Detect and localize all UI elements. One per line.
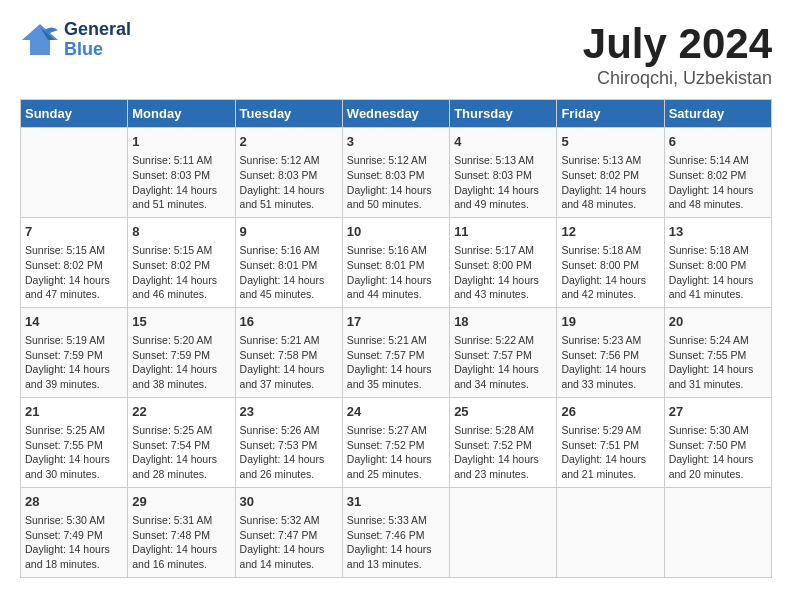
day-number: 12 [561,223,659,241]
calendar-cell: 14Sunrise: 5:19 AM Sunset: 7:59 PM Dayli… [21,307,128,397]
logo-icon [20,22,60,57]
day-number: 11 [454,223,552,241]
calendar-cell: 18Sunrise: 5:22 AM Sunset: 7:57 PM Dayli… [450,307,557,397]
day-number: 1 [132,133,230,151]
cell-content: Sunrise: 5:30 AM Sunset: 7:50 PM Dayligh… [669,423,767,482]
calendar-cell: 29Sunrise: 5:31 AM Sunset: 7:48 PM Dayli… [128,487,235,577]
subtitle: Chiroqchi, Uzbekistan [583,68,772,89]
day-number: 28 [25,493,123,511]
calendar-cell: 11Sunrise: 5:17 AM Sunset: 8:00 PM Dayli… [450,217,557,307]
calendar-cell: 22Sunrise: 5:25 AM Sunset: 7:54 PM Dayli… [128,397,235,487]
day-number: 19 [561,313,659,331]
cell-content: Sunrise: 5:13 AM Sunset: 8:02 PM Dayligh… [561,153,659,212]
day-number: 6 [669,133,767,151]
cell-content: Sunrise: 5:18 AM Sunset: 8:00 PM Dayligh… [561,243,659,302]
calendar-cell [450,487,557,577]
cell-content: Sunrise: 5:27 AM Sunset: 7:52 PM Dayligh… [347,423,445,482]
calendar-cell: 10Sunrise: 5:16 AM Sunset: 8:01 PM Dayli… [342,217,449,307]
calendar-cell: 15Sunrise: 5:20 AM Sunset: 7:59 PM Dayli… [128,307,235,397]
cell-content: Sunrise: 5:11 AM Sunset: 8:03 PM Dayligh… [132,153,230,212]
cell-content: Sunrise: 5:32 AM Sunset: 7:47 PM Dayligh… [240,513,338,572]
calendar-cell: 3Sunrise: 5:12 AM Sunset: 8:03 PM Daylig… [342,128,449,218]
calendar-week-4: 21Sunrise: 5:25 AM Sunset: 7:55 PM Dayli… [21,397,772,487]
day-number: 10 [347,223,445,241]
day-number: 18 [454,313,552,331]
day-number: 27 [669,403,767,421]
calendar-cell: 31Sunrise: 5:33 AM Sunset: 7:46 PM Dayli… [342,487,449,577]
col-thursday: Thursday [450,100,557,128]
calendar-header: Sunday Monday Tuesday Wednesday Thursday… [21,100,772,128]
day-number: 20 [669,313,767,331]
col-sunday: Sunday [21,100,128,128]
col-friday: Friday [557,100,664,128]
title-block: July 2024 Chiroqchi, Uzbekistan [583,20,772,89]
page-header: General Blue July 2024 Chiroqchi, Uzbeki… [20,20,772,89]
cell-content: Sunrise: 5:20 AM Sunset: 7:59 PM Dayligh… [132,333,230,392]
day-number: 29 [132,493,230,511]
cell-content: Sunrise: 5:30 AM Sunset: 7:49 PM Dayligh… [25,513,123,572]
col-saturday: Saturday [664,100,771,128]
day-number: 22 [132,403,230,421]
calendar-cell [664,487,771,577]
logo-blue-text: Blue [64,40,131,60]
calendar-week-3: 14Sunrise: 5:19 AM Sunset: 7:59 PM Dayli… [21,307,772,397]
calendar-table: Sunday Monday Tuesday Wednesday Thursday… [20,99,772,578]
cell-content: Sunrise: 5:29 AM Sunset: 7:51 PM Dayligh… [561,423,659,482]
cell-content: Sunrise: 5:31 AM Sunset: 7:48 PM Dayligh… [132,513,230,572]
calendar-cell: 27Sunrise: 5:30 AM Sunset: 7:50 PM Dayli… [664,397,771,487]
cell-content: Sunrise: 5:22 AM Sunset: 7:57 PM Dayligh… [454,333,552,392]
cell-content: Sunrise: 5:21 AM Sunset: 7:58 PM Dayligh… [240,333,338,392]
cell-content: Sunrise: 5:14 AM Sunset: 8:02 PM Dayligh… [669,153,767,212]
calendar-cell: 23Sunrise: 5:26 AM Sunset: 7:53 PM Dayli… [235,397,342,487]
cell-content: Sunrise: 5:16 AM Sunset: 8:01 PM Dayligh… [347,243,445,302]
day-number: 17 [347,313,445,331]
cell-content: Sunrise: 5:23 AM Sunset: 7:56 PM Dayligh… [561,333,659,392]
cell-content: Sunrise: 5:16 AM Sunset: 8:01 PM Dayligh… [240,243,338,302]
col-wednesday: Wednesday [342,100,449,128]
cell-content: Sunrise: 5:24 AM Sunset: 7:55 PM Dayligh… [669,333,767,392]
day-number: 13 [669,223,767,241]
col-tuesday: Tuesday [235,100,342,128]
calendar-cell: 20Sunrise: 5:24 AM Sunset: 7:55 PM Dayli… [664,307,771,397]
header-row: Sunday Monday Tuesday Wednesday Thursday… [21,100,772,128]
cell-content: Sunrise: 5:13 AM Sunset: 8:03 PM Dayligh… [454,153,552,212]
calendar-cell: 1Sunrise: 5:11 AM Sunset: 8:03 PM Daylig… [128,128,235,218]
logo-words: General Blue [64,20,131,60]
day-number: 31 [347,493,445,511]
calendar-week-5: 28Sunrise: 5:30 AM Sunset: 7:49 PM Dayli… [21,487,772,577]
calendar-cell: 24Sunrise: 5:27 AM Sunset: 7:52 PM Dayli… [342,397,449,487]
cell-content: Sunrise: 5:26 AM Sunset: 7:53 PM Dayligh… [240,423,338,482]
calendar-cell: 30Sunrise: 5:32 AM Sunset: 7:47 PM Dayli… [235,487,342,577]
logo: General Blue [20,20,131,60]
calendar-cell: 5Sunrise: 5:13 AM Sunset: 8:02 PM Daylig… [557,128,664,218]
calendar-week-2: 7Sunrise: 5:15 AM Sunset: 8:02 PM Daylig… [21,217,772,307]
calendar-cell: 7Sunrise: 5:15 AM Sunset: 8:02 PM Daylig… [21,217,128,307]
calendar-cell: 17Sunrise: 5:21 AM Sunset: 7:57 PM Dayli… [342,307,449,397]
calendar-week-1: 1Sunrise: 5:11 AM Sunset: 8:03 PM Daylig… [21,128,772,218]
day-number: 16 [240,313,338,331]
calendar-cell: 9Sunrise: 5:16 AM Sunset: 8:01 PM Daylig… [235,217,342,307]
calendar-cell: 25Sunrise: 5:28 AM Sunset: 7:52 PM Dayli… [450,397,557,487]
cell-content: Sunrise: 5:18 AM Sunset: 8:00 PM Dayligh… [669,243,767,302]
cell-content: Sunrise: 5:15 AM Sunset: 8:02 PM Dayligh… [25,243,123,302]
calendar-cell: 28Sunrise: 5:30 AM Sunset: 7:49 PM Dayli… [21,487,128,577]
calendar-cell: 21Sunrise: 5:25 AM Sunset: 7:55 PM Dayli… [21,397,128,487]
day-number: 15 [132,313,230,331]
cell-content: Sunrise: 5:33 AM Sunset: 7:46 PM Dayligh… [347,513,445,572]
cell-content: Sunrise: 5:28 AM Sunset: 7:52 PM Dayligh… [454,423,552,482]
calendar-cell [21,128,128,218]
cell-content: Sunrise: 5:19 AM Sunset: 7:59 PM Dayligh… [25,333,123,392]
day-number: 23 [240,403,338,421]
calendar-cell: 19Sunrise: 5:23 AM Sunset: 7:56 PM Dayli… [557,307,664,397]
day-number: 4 [454,133,552,151]
cell-content: Sunrise: 5:21 AM Sunset: 7:57 PM Dayligh… [347,333,445,392]
calendar-cell: 13Sunrise: 5:18 AM Sunset: 8:00 PM Dayli… [664,217,771,307]
day-number: 8 [132,223,230,241]
cell-content: Sunrise: 5:25 AM Sunset: 7:54 PM Dayligh… [132,423,230,482]
cell-content: Sunrise: 5:17 AM Sunset: 8:00 PM Dayligh… [454,243,552,302]
day-number: 26 [561,403,659,421]
day-number: 9 [240,223,338,241]
calendar-cell: 26Sunrise: 5:29 AM Sunset: 7:51 PM Dayli… [557,397,664,487]
day-number: 21 [25,403,123,421]
col-monday: Monday [128,100,235,128]
